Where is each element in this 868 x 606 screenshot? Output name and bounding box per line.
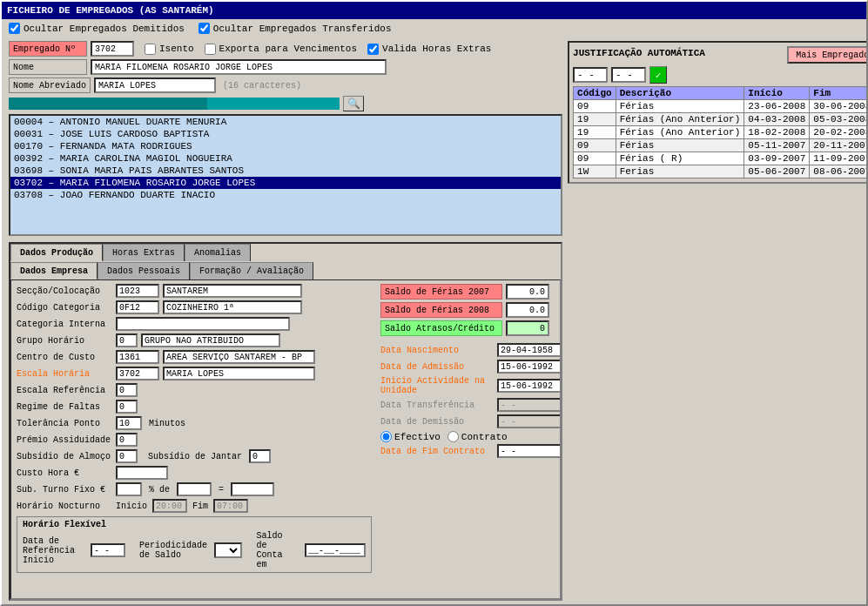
cell-inicio: 03-09-2007 bbox=[744, 152, 810, 165]
list-item[interactable]: 00031 – JOSE LUIS CARDOSO BAPTISTA bbox=[10, 128, 561, 140]
search-button[interactable]: 🔍 bbox=[343, 96, 364, 111]
sub-turno-row: Sub. Turno Fixo € % de = bbox=[17, 482, 372, 496]
cod-cat-label: Código Categoria bbox=[17, 303, 112, 313]
isento-checkbox[interactable]: Isento bbox=[145, 44, 194, 55]
cell-descricao: Férias (Ano Anterior) bbox=[616, 113, 744, 126]
custo-hora-input[interactable] bbox=[116, 466, 168, 480]
cell-codigo: 09 bbox=[574, 100, 616, 113]
tab-dados-empresa[interactable]: Dados Empresa bbox=[10, 262, 98, 279]
progress-bar bbox=[9, 98, 340, 110]
main-area: Empregado Nº Isento Exporta para Vencime… bbox=[2, 37, 866, 604]
list-item[interactable]: 03708 – JOAO FERNANDO DUARTE INACIO bbox=[10, 189, 561, 201]
tab-dados-producao[interactable]: Dados Produção bbox=[10, 244, 103, 261]
tolerancia-unit: Minutos bbox=[149, 419, 185, 428]
cod-cat-desc-input[interactable] bbox=[163, 300, 302, 314]
inicio-atividade-label: Inicio Actividade na Unidade bbox=[380, 376, 494, 395]
employee-list[interactable]: 00004 – ANTONIO MANUEL DUARTE MENURIA 00… bbox=[9, 114, 562, 236]
efectivo-radio-label[interactable]: Efectivo bbox=[380, 431, 441, 442]
empregado-row: Empregado Nº Isento Exporta para Vencime… bbox=[9, 41, 562, 57]
empregado-label: Empregado Nº bbox=[9, 41, 87, 57]
escala-horaria-label: Escala Horária bbox=[17, 369, 112, 379]
escala-horaria-desc-input[interactable] bbox=[163, 367, 315, 380]
cell-descricao: Ferias bbox=[616, 165, 744, 178]
nome-abreviado-label: Nome Abreviado bbox=[9, 77, 91, 93]
contrato-radio[interactable] bbox=[447, 431, 459, 442]
data-admissao-input[interactable] bbox=[497, 360, 561, 374]
just-input2[interactable] bbox=[611, 67, 646, 83]
data-ref-label: Data de Referência Inicio bbox=[23, 536, 84, 565]
subsidio-jantar-input[interactable] bbox=[249, 449, 271, 463]
seccao-code-input[interactable] bbox=[116, 284, 159, 298]
more-employees-button[interactable]: Mais Empregados bbox=[787, 46, 866, 64]
centro-custo-code-input[interactable] bbox=[116, 350, 159, 364]
justification-title: JUSTIFICAÇÃO AUTOMÁTICA bbox=[573, 48, 705, 58]
seccao-desc-input[interactable] bbox=[163, 284, 302, 298]
regime-faltas-label: Regime de Faltas bbox=[17, 402, 112, 412]
ferias2007-input[interactable] bbox=[506, 284, 549, 300]
horario-noct-label: Horário Nocturno bbox=[17, 502, 112, 511]
ferias2008-row: Saldo de Férias 2008 bbox=[380, 302, 555, 318]
premio-label: Prémio Assiduidade bbox=[17, 435, 112, 445]
contrato-radio-label[interactable]: Contrato bbox=[447, 431, 508, 442]
sub-turno-pct-input[interactable] bbox=[177, 482, 212, 496]
list-item-selected[interactable]: 03702 – MARIA FILOMENA ROSARIO JORGE LOP… bbox=[10, 177, 561, 189]
data-nasc-input[interactable] bbox=[497, 343, 561, 357]
list-item[interactable]: 00170 – FERNANDA MATA RODRIGUES bbox=[10, 140, 561, 152]
tabs-row1: Dados Produção Horas Extras Anomalias bbox=[10, 244, 561, 261]
cell-inicio: 18-02-2008 bbox=[744, 126, 810, 139]
nome-abreviado-row: Nome Abreviado (16 caracteres) bbox=[9, 77, 562, 93]
efectivo-radio[interactable] bbox=[380, 431, 392, 442]
ferias2008-input[interactable] bbox=[506, 302, 549, 318]
sub-turno-input[interactable] bbox=[116, 482, 142, 496]
centro-custo-desc-input[interactable] bbox=[163, 350, 315, 364]
saldo-conta-input[interactable] bbox=[305, 543, 366, 557]
hide-transferred-checkbox[interactable]: Ocultar Empregados Transferidos bbox=[198, 23, 392, 34]
regime-faltas-input[interactable] bbox=[116, 400, 138, 414]
valida-checkbox[interactable]: Valida Horas Extras bbox=[367, 44, 491, 55]
list-item[interactable]: 00392 – MARIA CAROLINA MAGIOL NOGUEIRA bbox=[10, 152, 561, 165]
escala-horaria-code-input[interactable] bbox=[116, 367, 159, 380]
tab-formacao[interactable]: Formação / Avaliação bbox=[190, 262, 313, 279]
empresa-form: Secção/Colocação Código Categoria Catego bbox=[17, 284, 372, 573]
list-item[interactable]: 00004 – ANTONIO MANUEL DUARTE MENURIA bbox=[10, 116, 561, 128]
inicio-atividade-input[interactable] bbox=[497, 379, 561, 393]
subsidio-almoco-input[interactable] bbox=[116, 449, 138, 463]
escala-horaria-row: Escala Horária bbox=[17, 367, 372, 380]
tolerancia-input[interactable] bbox=[116, 416, 142, 430]
atrasos-input[interactable] bbox=[506, 320, 549, 336]
exporta-checkbox[interactable]: Exporta para Vencimentos bbox=[205, 44, 357, 55]
data-fim-contrato-input[interactable] bbox=[497, 444, 561, 458]
cell-codigo: 19 bbox=[574, 113, 616, 126]
col-inicio: Início bbox=[744, 87, 810, 100]
escala-ref-row: Escala Referência bbox=[17, 383, 372, 397]
escala-ref-input[interactable] bbox=[116, 383, 138, 397]
cod-cat-code-input[interactable] bbox=[116, 300, 159, 314]
nome-row: Nome bbox=[9, 59, 562, 75]
subsidio-almoco-row: Subsídio de Almoço Subsídio de Jantar bbox=[17, 449, 372, 463]
grupo-horario-desc-input[interactable] bbox=[141, 333, 280, 347]
periodicidade-select[interactable] bbox=[214, 542, 242, 558]
empregado-input[interactable] bbox=[91, 41, 134, 57]
cod-cat-row: Código Categoria bbox=[17, 300, 372, 314]
tab-content: Secção/Colocação Código Categoria Catego bbox=[10, 279, 561, 599]
premio-input[interactable] bbox=[116, 433, 138, 447]
grupo-horario-code-input[interactable] bbox=[116, 333, 138, 347]
hide-fired-checkbox[interactable]: Ocultar Empregados Demitidos bbox=[9, 23, 185, 34]
horario-flexivel-row: Data de Referência Inicio Periodicidade … bbox=[23, 531, 366, 569]
cat-interna-input[interactable] bbox=[116, 317, 290, 331]
tab-horas-extras[interactable]: Horas Extras bbox=[103, 244, 185, 261]
just-input1[interactable] bbox=[573, 67, 608, 83]
data-ref-input[interactable] bbox=[91, 543, 125, 557]
nome-abreviado-input[interactable] bbox=[94, 77, 216, 93]
table-row: 09 Férias ( R) 03-09-2007 11-09-2007 bbox=[574, 152, 866, 165]
tab-dados-pessoais[interactable]: Dados Pessoais bbox=[98, 262, 190, 279]
check-button[interactable]: ✓ bbox=[649, 66, 667, 84]
cell-descricao: Férias ( R) bbox=[616, 152, 744, 165]
nome-input[interactable] bbox=[91, 59, 387, 75]
progress-row: 🔍 bbox=[9, 96, 562, 111]
table-row: 19 Férias (Ano Anterior) 04-03-2008 05-0… bbox=[574, 113, 866, 126]
seccao-label: Secção/Colocação bbox=[17, 286, 112, 296]
sub-turno-result-input[interactable] bbox=[231, 482, 274, 496]
list-item[interactable]: 03698 – SONIA MARIA PAIS ABRANTES SANTOS bbox=[10, 165, 561, 177]
tab-anomalias[interactable]: Anomalias bbox=[185, 244, 251, 261]
